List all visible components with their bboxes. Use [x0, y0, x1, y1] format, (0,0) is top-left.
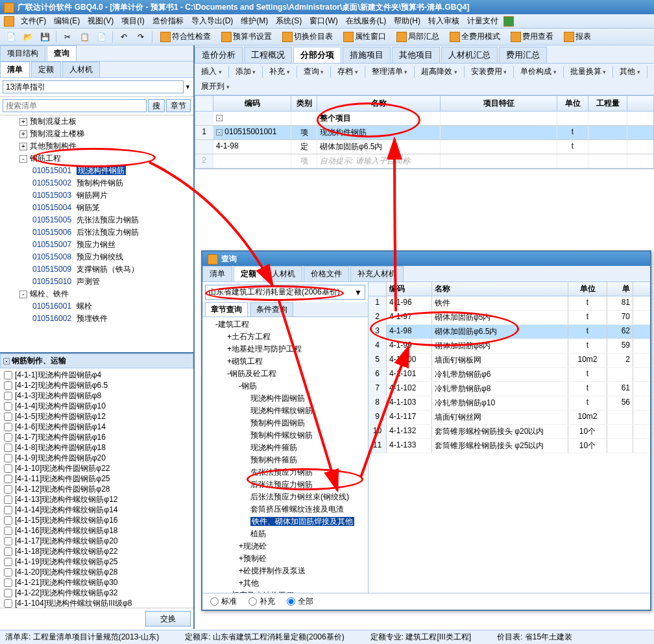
- subtab-chapter[interactable]: 章节查询: [205, 302, 248, 316]
- check-item[interactable]: [4-1-7]现浇构件圆钢筋φ16: [1, 432, 192, 442]
- ptree-node[interactable]: +砌筑工程: [204, 355, 367, 368]
- check-item[interactable]: [4-1-2]现浇构件圆钢筋φ6.5: [1, 380, 192, 390]
- ptree-node[interactable]: 预制构件圆钢筋: [204, 417, 367, 429]
- toolbar-item[interactable]: 属性窗口: [339, 32, 390, 41]
- rgrid-row[interactable]: 84-1-103冷轧带肋钢筋φ10t56: [369, 396, 650, 411]
- check-item[interactable]: [4-1-3]现浇构件圆钢筋φ8: [1, 390, 192, 401]
- expander-icon[interactable]: -: [19, 291, 27, 298]
- menu-item[interactable]: 计量支付: [463, 16, 502, 25]
- popup-tab[interactable]: 补充人材机: [350, 266, 404, 281]
- checkbox[interactable]: [4, 433, 12, 442]
- toolbar-item[interactable]: 切换价目表: [278, 32, 337, 41]
- expander-icon[interactable]: -: [239, 381, 241, 390]
- check-header[interactable]: - 钢筋制作、运输: [0, 353, 193, 368]
- checkbox[interactable]: [4, 371, 12, 379]
- subtab-list[interactable]: 清单: [0, 62, 30, 77]
- checkbox[interactable]: [4, 392, 12, 400]
- check-item[interactable]: [4-1-4]现浇构件圆钢筋φ10: [1, 401, 192, 411]
- checkbox[interactable]: [4, 516, 12, 525]
- checkbox[interactable]: [4, 527, 12, 535]
- rtool-item[interactable]: 存档: [333, 65, 362, 78]
- tree-node[interactable]: 010515003钢筋网片: [0, 189, 193, 202]
- menu-item[interactable]: 窗口(W): [306, 16, 341, 25]
- check-item[interactable]: [4-1-9]现浇构件圆钢筋φ20: [1, 453, 192, 463]
- menu-item[interactable]: 文件(F): [17, 16, 50, 25]
- rgrid-row[interactable]: 14-1-96铁件t81: [369, 296, 650, 311]
- tree-node[interactable]: 010516002预埋铁件: [0, 313, 193, 325]
- check-item[interactable]: [4-1-19]现浇构件螺纹钢筋φ25: [1, 556, 192, 567]
- check-item[interactable]: [4-1-6]现浇构件圆钢筋φ14: [1, 422, 192, 432]
- ptree-node[interactable]: +砼搅拌制作及泵送: [204, 565, 367, 577]
- expander-icon[interactable]: +: [19, 130, 27, 138]
- main-grid[interactable]: 编码 类别 名称 项目特征 单位 工程量 - 整个项目 1- 010515001…: [195, 95, 654, 169]
- guide-combo[interactable]: [3, 80, 184, 93]
- expander-icon[interactable]: -: [227, 369, 230, 378]
- copy-icon[interactable]: 📋: [77, 30, 91, 44]
- ptree-node[interactable]: +预制砼: [204, 553, 367, 565]
- rgrid-row[interactable]: 104-1-132套筒锥形螺栓钢筋接头 φ20以内10个: [369, 425, 650, 439]
- grid-row[interactable]: 1- 010515001001项现浇构件钢筋t: [195, 126, 653, 140]
- check-item[interactable]: [4-1-17]现浇构件螺纹钢筋φ20: [1, 536, 192, 546]
- ptree-node[interactable]: 植筋: [204, 528, 367, 540]
- tree-node[interactable]: 010515005先张法预应力钢筋: [0, 214, 193, 226]
- paste-icon[interactable]: 📄: [94, 30, 108, 44]
- ptree-node[interactable]: 后张法预应力钢丝束(钢绞线): [204, 491, 367, 503]
- ptree-node[interactable]: -钢筋及砼工程: [204, 368, 367, 380]
- checkbox[interactable]: [4, 423, 12, 431]
- check-item[interactable]: [4-1-21]现浇构件螺纹钢筋φ30: [1, 577, 192, 588]
- checkbox[interactable]: [4, 537, 12, 545]
- ptree-node[interactable]: -钢筋: [204, 380, 367, 392]
- rgrid-row[interactable]: 64-1-101冷轧带肋钢筋φ6t: [369, 368, 650, 382]
- radio-all[interactable]: 全部: [287, 596, 313, 607]
- ptree-node[interactable]: +现浇砼: [204, 540, 367, 553]
- checkbox[interactable]: [4, 402, 12, 411]
- expander-icon[interactable]: +: [227, 332, 232, 341]
- rtool-item[interactable]: 批量换算: [566, 65, 611, 78]
- ptree-node[interactable]: 预制构件箍筋: [204, 454, 367, 466]
- module-tab[interactable]: 人材机汇总: [441, 47, 498, 63]
- menu-item[interactable]: 导入导出(D): [188, 16, 237, 25]
- tab-query[interactable]: 查询: [47, 45, 77, 61]
- checkbox[interactable]: [4, 547, 12, 556]
- check-item[interactable]: [4-1-11]现浇构件圆钢筋φ25: [1, 473, 192, 484]
- expander-icon[interactable]: +: [227, 357, 232, 366]
- menu-item[interactable]: 编辑(E): [50, 16, 84, 25]
- rtool-item[interactable]: 补充: [265, 65, 294, 78]
- redo-icon[interactable]: ↷: [134, 30, 148, 44]
- ptree-node[interactable]: 现浇构件圆钢筋: [204, 392, 367, 405]
- rtool-item[interactable]: 超高降效: [417, 65, 461, 78]
- checkbox[interactable]: [4, 568, 12, 577]
- module-tab[interactable]: 措施项目: [343, 47, 391, 63]
- tree-node[interactable]: 010515008预应力钢绞线: [0, 251, 193, 263]
- tree-node[interactable]: 010515010声测管: [0, 276, 193, 288]
- rgrid-row[interactable]: 54-1-100墙面钉钢板网10m22: [369, 353, 650, 368]
- popup-tab[interactable]: 人材机: [265, 266, 302, 281]
- rgrid-row[interactable]: 94-1-117墙面钉钢丝网10m2: [369, 411, 650, 425]
- expander-icon[interactable]: +: [239, 542, 243, 551]
- checkbox[interactable]: [4, 485, 12, 494]
- popup-tab[interactable]: 价格文件: [304, 266, 349, 281]
- check-item[interactable]: [4-1-16]现浇构件螺纹钢筋φ18: [1, 525, 192, 536]
- ptree-node[interactable]: 现浇构件螺纹钢筋: [204, 405, 367, 417]
- rgrid-row[interactable]: 114-1-133套筒锥形螺栓钢筋接头 φ25以内10个: [369, 439, 650, 453]
- checkbox[interactable]: [4, 412, 12, 421]
- checkbox[interactable]: [4, 381, 12, 390]
- popup-tree[interactable]: -建筑工程+土石方工程+地基处理与防护工程+砌筑工程-钢筋及砼工程-钢筋现浇构件…: [202, 317, 368, 593]
- rtool-item[interactable]: 插入: [197, 65, 226, 78]
- menu-item[interactable]: 维护(M): [237, 16, 272, 25]
- cut-icon[interactable]: ✂: [60, 30, 75, 44]
- ptree-node[interactable]: -建筑工程: [204, 318, 367, 331]
- ptree-node[interactable]: +其他: [204, 577, 367, 590]
- checkbox[interactable]: [4, 495, 12, 504]
- subtab-quota[interactable]: 定额: [31, 62, 61, 77]
- save-icon[interactable]: 💾: [38, 30, 52, 44]
- check-list[interactable]: [4-1-1]现浇构件圆钢筋φ4[4-1-2]现浇构件圆钢筋φ6.5[4-1-3…: [0, 368, 193, 608]
- menu-item[interactable]: 视图(V): [84, 16, 117, 25]
- rgrid-row[interactable]: 74-1-102冷轧带肋钢筋φ8t61: [369, 382, 650, 396]
- checkbox[interactable]: [4, 558, 12, 566]
- check-item[interactable]: [4-1-20]现浇构件螺纹钢筋φ28: [1, 567, 192, 577]
- chapter-button[interactable]: 章节: [166, 99, 191, 112]
- search-input[interactable]: [3, 99, 147, 112]
- tab-project-struct[interactable]: 项目结构: [0, 45, 45, 61]
- query-popup[interactable]: 查询 清单定额人材机价格文件补充人材机 山东省建筑工程消耗量定额(2006基价)…: [201, 250, 651, 611]
